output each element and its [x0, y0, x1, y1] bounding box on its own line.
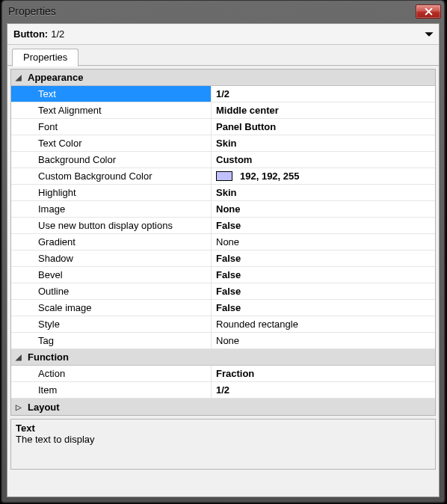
prop-value[interactable]: Custom — [212, 152, 435, 168]
properties-window: Properties Button: 1/2 Properties — [1, 0, 445, 503]
prop-outline[interactable]: Outline False — [11, 283, 435, 300]
prop-value[interactable]: Rounded rectangle — [212, 316, 435, 332]
prop-value[interactable]: 1/2 — [212, 382, 435, 398]
prop-value[interactable]: Panel Button — [212, 119, 435, 135]
prop-name: Style — [11, 316, 212, 332]
prop-value[interactable]: False — [212, 300, 435, 316]
tabstrip: Properties — [7, 45, 439, 66]
prop-text[interactable]: Text 1/2 — [11, 86, 435, 102]
prop-shadow[interactable]: Shadow False — [11, 251, 435, 267]
prop-text-color[interactable]: Text Color Skin — [11, 135, 435, 152]
prop-value[interactable]: False — [212, 218, 435, 233]
prop-value[interactable]: None — [212, 234, 435, 250]
collapse-icon: ◢ — [11, 73, 26, 82]
prop-name: Tag — [11, 333, 212, 348]
prop-name: Gradient — [11, 234, 212, 250]
prop-value[interactable]: False — [212, 251, 435, 266]
color-swatch-icon — [216, 171, 232, 181]
expand-icon: ▷ — [11, 403, 26, 411]
selector-label: Button: — [13, 28, 48, 40]
description-title: Text — [16, 422, 431, 434]
prop-name: Text — [11, 86, 212, 102]
client-area: Button: 1/2 Properties ◢ Appearance Text — [7, 23, 440, 497]
prop-name: Image — [11, 201, 212, 217]
prop-text-alignment[interactable]: Text Alignment Middle center — [11, 102, 435, 119]
object-selector[interactable]: Button: 1/2 — [7, 24, 439, 45]
prop-name: Bevel — [11, 267, 212, 283]
prop-name: Outline — [11, 283, 212, 299]
category-label: Appearance — [26, 72, 83, 83]
prop-scale-image[interactable]: Scale image False — [11, 300, 435, 316]
category-function[interactable]: ◢ Function — [11, 349, 435, 366]
prop-image[interactable]: Image None — [11, 201, 435, 218]
prop-value[interactable]: None — [212, 201, 435, 217]
prop-value[interactable]: Skin — [212, 135, 435, 151]
property-grid: ◢ Appearance Text 1/2 Text Alignment Mid… — [10, 69, 436, 416]
tab-properties[interactable]: Properties — [12, 49, 78, 67]
prop-name: Action — [11, 366, 212, 381]
titlebar[interactable]: Properties — [2, 1, 444, 22]
description-body: The text to display — [16, 434, 431, 445]
collapse-icon: ◢ — [11, 353, 26, 361]
prop-name: Text Alignment — [11, 102, 212, 118]
prop-value[interactable]: 1/2 — [212, 86, 435, 102]
prop-font[interactable]: Font Panel Button — [11, 119, 435, 135]
prop-custom-background-color[interactable]: Custom Background Color 192, 192, 255 — [11, 168, 435, 185]
prop-gradient[interactable]: Gradient None — [11, 234, 435, 251]
prop-action[interactable]: Action Fraction — [11, 366, 435, 382]
prop-name: Highlight — [11, 185, 212, 200]
prop-name: Scale image — [11, 300, 212, 316]
prop-item[interactable]: Item 1/2 — [11, 382, 435, 399]
category-appearance[interactable]: ◢ Appearance — [11, 70, 435, 86]
prop-name: Background Color — [11, 152, 212, 168]
prop-value[interactable]: Skin — [212, 185, 435, 200]
selector-value: 1/2 — [51, 28, 64, 40]
prop-use-new-button-display-options[interactable]: Use new button display options False — [11, 218, 435, 234]
prop-name: Text Color — [11, 135, 212, 151]
close-button[interactable] — [416, 4, 441, 19]
prop-name: Custom Background Color — [11, 168, 212, 184]
prop-value[interactable]: Middle center — [212, 102, 435, 118]
prop-value[interactable]: 192, 192, 255 — [212, 168, 435, 184]
dropdown-icon[interactable] — [424, 29, 434, 40]
category-layout[interactable]: ▷ Layout — [11, 399, 435, 415]
prop-value[interactable]: False — [212, 267, 435, 283]
description-panel: Text The text to display — [10, 419, 436, 470]
prop-name: Item — [11, 382, 212, 398]
prop-value[interactable]: False — [212, 283, 435, 299]
close-icon — [425, 7, 433, 16]
color-value-text: 192, 192, 255 — [240, 170, 300, 182]
prop-name: Shadow — [11, 251, 212, 266]
prop-style[interactable]: Style Rounded rectangle — [11, 316, 435, 333]
prop-tag[interactable]: Tag None — [11, 333, 435, 349]
category-label: Function — [26, 351, 69, 363]
prop-name: Font — [11, 119, 212, 135]
category-label: Layout — [26, 402, 60, 413]
window-title: Properties — [8, 5, 416, 17]
prop-name: Use new button display options — [11, 218, 212, 233]
prop-value[interactable]: None — [212, 333, 435, 348]
prop-background-color[interactable]: Background Color Custom — [11, 152, 435, 168]
prop-bevel[interactable]: Bevel False — [11, 267, 435, 283]
prop-value[interactable]: Fraction — [212, 366, 435, 381]
prop-highlight[interactable]: Highlight Skin — [11, 185, 435, 201]
